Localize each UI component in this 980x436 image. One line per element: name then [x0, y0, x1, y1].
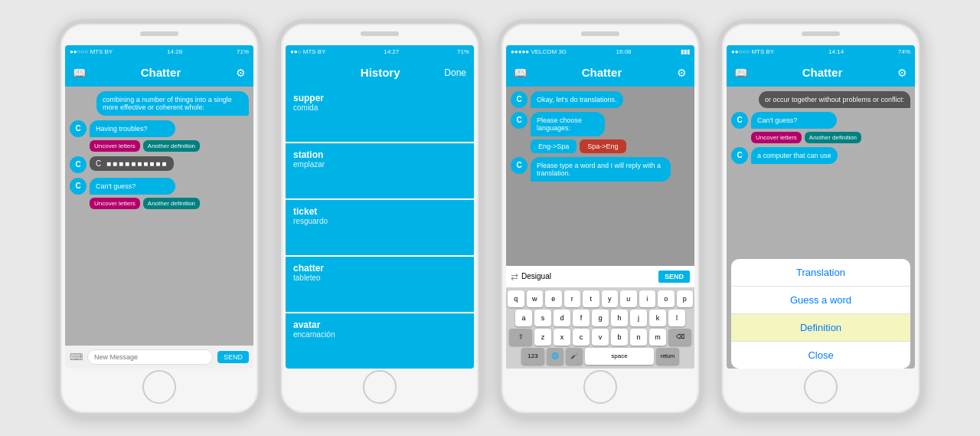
lang-buttons: Eng->Spa Spa->Eng	[531, 139, 626, 153]
key-d[interactable]: d	[554, 310, 570, 326]
phones-container: ●●○○○ MTS BY 14:28 71% 📖 Chatter ⚙ combi…	[41, 4, 939, 433]
key-123[interactable]: 123	[521, 348, 544, 365]
lang-btn-eng-spa[interactable]: Eng->Spa	[531, 139, 577, 153]
bubble-3a: Okay, let's do translations.	[531, 91, 623, 108]
time-1: 14:28	[167, 48, 182, 55]
history-item-2[interactable]: ticket resguardo	[286, 200, 474, 255]
menu-close-btn[interactable]: Close	[731, 342, 910, 369]
another-definition-btn-4[interactable]: Another definition	[805, 132, 861, 143]
key-o[interactable]: o	[658, 290, 675, 307]
chat-left-1c: Can't guess? Uncover letters Another def…	[90, 178, 200, 209]
battery-1: 71%	[237, 48, 249, 55]
history-item-4[interactable]: avatar encarnación	[286, 313, 474, 369]
history-word-2: ticket	[293, 206, 466, 217]
menu-item-guess-word[interactable]: Guess a word	[731, 287, 910, 314]
key-j[interactable]: j	[630, 310, 647, 326]
gear-icon-1[interactable]: ⚙	[236, 67, 246, 79]
key-l[interactable]: l	[668, 310, 685, 326]
bubble-having-troubles: Having troubles?	[90, 120, 175, 137]
history-item-0[interactable]: supper comida	[286, 87, 474, 142]
chat-bubble-right-4: or occur together without problems or co…	[759, 91, 910, 108]
phone-4: ●●○○○ MTS BY 14:14 74% 📖 Chatter ⚙ or oc…	[717, 19, 924, 418]
bubble-3c: Please type a word and I will reply with…	[531, 157, 671, 182]
another-definition-btn-1b[interactable]: Another definition	[143, 198, 200, 209]
chat-row-3c: C Please type a word and I will reply wi…	[511, 157, 690, 182]
key-k[interactable]: k	[649, 310, 666, 326]
key-row-3: ⇧ z x c v b n m ⌫	[508, 329, 693, 346]
send-btn-1[interactable]: SEND	[217, 351, 249, 363]
phone-1-chat: combining a number of things into a sing…	[65, 87, 253, 346]
keyboard-send-btn[interactable]: SEND	[658, 270, 690, 283]
menu-item-translation[interactable]: Translation	[731, 259, 910, 287]
word-display-1: C ■■■■■■■■■■	[90, 156, 174, 171]
key-i[interactable]: i	[639, 290, 656, 307]
history-word-0: supper	[293, 93, 466, 103]
key-shift[interactable]: ⇧	[509, 329, 532, 346]
history-item-1[interactable]: station emplazar	[286, 143, 474, 198]
key-b[interactable]: b	[611, 329, 628, 346]
key-a[interactable]: a	[515, 310, 532, 326]
history-word-1: station	[293, 149, 466, 160]
gear-icon-3[interactable]: ⚙	[677, 67, 687, 79]
key-y[interactable]: y	[602, 290, 619, 307]
battery-4: 74%	[898, 48, 910, 55]
key-backspace[interactable]: ⌫	[668, 329, 691, 346]
key-globe[interactable]: 🌐	[547, 348, 564, 365]
key-row-4: 123 🌐 🎤 space return	[508, 348, 693, 365]
bubble-3b: Please choose languages:	[531, 112, 605, 136]
key-u[interactable]: u	[620, 290, 637, 307]
key-c[interactable]: c	[573, 329, 590, 346]
book-icon-3[interactable]: 📖	[514, 67, 527, 79]
menu-item-definition[interactable]: Definition	[731, 314, 910, 342]
chat-row-4a: C Can't guess? Uncover letters Another d…	[731, 112, 910, 143]
key-m[interactable]: m	[649, 329, 666, 346]
key-n[interactable]: n	[630, 329, 647, 346]
lang-btn-spa-eng[interactable]: Spa->Eng	[580, 139, 626, 153]
avatar-1: C	[70, 120, 87, 137]
key-v[interactable]: v	[592, 329, 609, 346]
carrier-4: ●●○○○ MTS BY	[731, 48, 774, 55]
key-e[interactable]: e	[545, 290, 562, 307]
key-w[interactable]: w	[527, 290, 544, 307]
key-return[interactable]: return	[656, 348, 679, 365]
phone-3-status-bar: ●●●●● VELCOM 3G 16:08 ▮▮▮	[506, 45, 694, 59]
key-s[interactable]: s	[534, 310, 551, 326]
word-input-3[interactable]	[521, 272, 655, 280]
key-h[interactable]: h	[611, 310, 628, 326]
key-mic[interactable]: 🎤	[566, 348, 583, 365]
phone-3-screen: ●●●●● VELCOM 3G 16:08 ▮▮▮ 📖 Chatter ⚙ C …	[506, 45, 694, 369]
uncover-letters-btn-1[interactable]: Uncover letters	[90, 140, 140, 152]
done-btn-2[interactable]: Done	[444, 67, 466, 78]
history-translation-4: encarnación	[293, 330, 466, 339]
history-item-3[interactable]: chatter tableteo	[286, 257, 474, 312]
book-icon-4[interactable]: 📖	[734, 67, 747, 79]
keyboard-input-bar: ⇄ SEND	[506, 266, 694, 287]
time-4: 14:14	[828, 48, 844, 55]
key-g[interactable]: g	[592, 310, 609, 326]
book-icon-1[interactable]: 📖	[73, 67, 86, 79]
phone-4-screen: ●●○○○ MTS BY 14:14 74% 📖 Chatter ⚙ or oc…	[727, 45, 915, 369]
another-definition-btn-1[interactable]: Another definition	[143, 140, 200, 152]
keyboard-icon-1[interactable]: ⌨	[70, 352, 83, 362]
key-x[interactable]: x	[554, 329, 570, 346]
gear-icon-4[interactable]: ⚙	[897, 67, 907, 79]
key-f[interactable]: f	[573, 310, 590, 326]
key-z[interactable]: z	[534, 329, 551, 346]
chat-row-3: C Can't guess? Uncover letters Another d…	[70, 178, 249, 209]
message-input-1[interactable]	[87, 349, 213, 365]
uncover-letters-btn-4[interactable]: Uncover letters	[751, 132, 802, 143]
key-q[interactable]: q	[508, 290, 524, 307]
chat-buttons-4: Uncover letters Another definition	[751, 132, 861, 143]
avatar-4b: C	[731, 147, 748, 164]
carrier-2: ●●○ MTS BY	[290, 48, 326, 55]
phone-1: ●●○○○ MTS BY 14:28 71% 📖 Chatter ⚙ combi…	[56, 19, 263, 418]
key-p[interactable]: p	[677, 290, 694, 307]
key-r[interactable]: r	[564, 290, 581, 307]
key-t[interactable]: t	[583, 290, 599, 307]
phone-2-history: supper comida station emplazar ticket re…	[286, 87, 474, 369]
translate-icon-3: ⇄	[511, 271, 518, 282]
uncover-letters-btn-1b[interactable]: Uncover letters	[90, 198, 140, 209]
history-word-4: avatar	[293, 320, 466, 330]
history-translation-3: tableteo	[293, 274, 466, 282]
key-space[interactable]: space	[585, 348, 654, 365]
